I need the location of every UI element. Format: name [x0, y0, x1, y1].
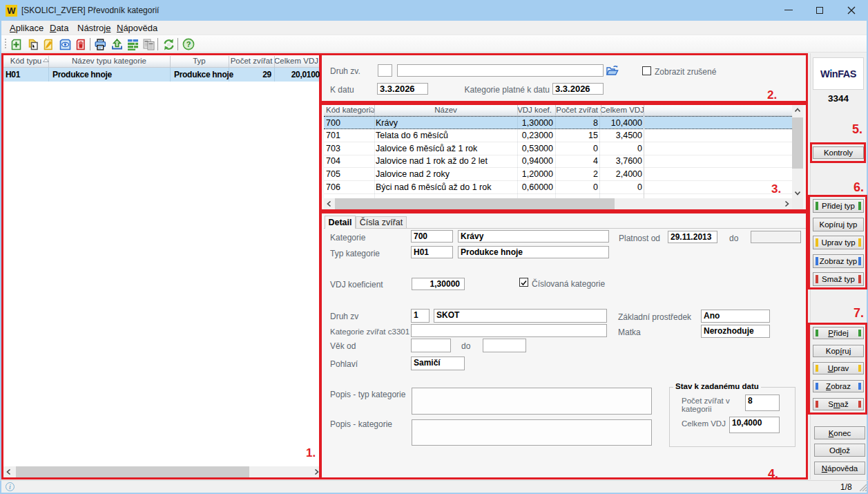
svg-text:?: ?: [186, 40, 191, 48]
